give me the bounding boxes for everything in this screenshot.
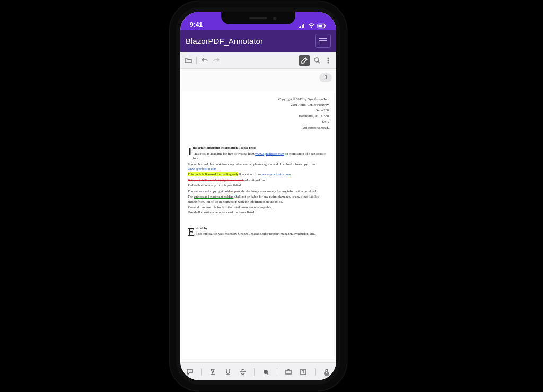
licensing-p3: This book is licensed for reading only i… [188, 172, 329, 176]
status-icons [299, 23, 327, 29]
svg-rect-1 [319, 25, 322, 27]
licensing-p9: Use shall constitute acceptance of the t… [188, 210, 329, 215]
underline-annot[interactable]: authors and copyright holders [194, 189, 233, 193]
licensing-p7: The authors and copyright holders shall … [188, 194, 329, 204]
link-syncfusion[interactable]: www.syncfusion.com [255, 152, 284, 155]
notch [221, 12, 295, 24]
licensing-section: I mportant licensing information. Please… [188, 145, 329, 215]
addr1: 2501 Aerial Center Parkway [188, 102, 329, 108]
top-toolbar [180, 52, 336, 69]
addr2: Suite 200 [188, 108, 329, 113]
ink-icon[interactable] [262, 368, 269, 376]
strikeout-annot[interactable]: This book is licensed strictly for perso… [188, 178, 244, 182]
search-icon[interactable] [313, 57, 321, 64]
annotate-button[interactable] [299, 55, 310, 66]
viewer-area[interactable]: 3 Copyright © 2012 by Syncfusion Inc. 25… [180, 69, 336, 362]
shape-icon[interactable] [285, 368, 292, 376]
phone-frame: 9:41 BlazorPDF_Annotator [176, 7, 340, 385]
copyright: Copyright © 2012 by Syncfusion Inc. [188, 96, 329, 102]
licensing-p6: The authors and copyright holders provid… [188, 189, 329, 193]
strike-icon[interactable] [239, 368, 247, 376]
textbox-icon[interactable] [300, 368, 307, 376]
dropcap-e: E [188, 226, 195, 238]
stamp-icon[interactable] [323, 368, 330, 376]
edited-section: E dited by This publication was edited b… [188, 226, 329, 236]
licensing-p5: Redistribution in any form is prohibited… [188, 183, 329, 188]
phone-screen: 9:41 BlazorPDF_Annotator [180, 12, 336, 380]
pdf-page[interactable]: Copyright © 2012 by Syncfusion Inc. 2501… [182, 90, 334, 359]
app-header: BlazorPDF_Annotator [180, 30, 336, 52]
svg-point-4 [328, 58, 329, 59]
svg-point-3 [314, 58, 319, 62]
comment-icon[interactable] [186, 368, 194, 376]
licensing-head: mportant licensing information. Please r… [193, 146, 257, 149]
link-syncfusion[interactable]: www.syncfusion.com [262, 172, 291, 176]
open-icon[interactable] [185, 57, 192, 64]
highlight-annot[interactable]: This book is licensed for reading only [188, 172, 238, 176]
wifi-icon [308, 23, 315, 29]
redo-icon[interactable] [213, 57, 220, 64]
copyright-block: Copyright © 2012 by Syncfusion Inc. 2501… [188, 96, 329, 130]
svg-point-6 [328, 62, 329, 63]
status-time: 9:41 [190, 21, 203, 29]
licensing-p8: Please do not use this book if the liste… [188, 204, 329, 209]
edited-p: This publication was edited by Stephen J… [188, 231, 329, 236]
undo-icon[interactable] [201, 57, 208, 64]
dropcap-i: I [188, 146, 192, 158]
battery-icon [317, 23, 327, 29]
separator [196, 57, 197, 64]
underline-icon[interactable] [224, 368, 232, 376]
underline-annot[interactable]: authors and copyright holders [194, 194, 233, 198]
signal-icon [299, 23, 306, 29]
app-title: BlazorPDF_Annotator [186, 37, 263, 46]
link-syncfusion[interactable]: www.syncfusion.com [188, 167, 217, 171]
more-icon[interactable] [325, 57, 332, 64]
licensing-p2: If you obtained this book from any other… [188, 162, 329, 172]
edited-head: dited by [196, 226, 207, 230]
addr4: USA [188, 119, 329, 125]
svg-point-5 [328, 60, 329, 61]
svg-rect-2 [325, 25, 326, 27]
page-number-badge: 3 [319, 73, 332, 82]
svg-rect-8 [286, 370, 291, 374]
licensing-p1: This book is available for free download… [188, 151, 329, 161]
svg-point-10 [326, 369, 328, 371]
annotation-toolbar [180, 362, 336, 380]
svg-point-7 [264, 370, 268, 374]
highlight-icon[interactable] [209, 368, 216, 376]
licensing-p4: This book is licensed strictly for perso… [188, 177, 329, 182]
rights: All rights reserved. [188, 125, 329, 131]
addr3: Morrisville, NC 27560 [188, 113, 329, 119]
hamburger-button[interactable] [315, 34, 331, 48]
